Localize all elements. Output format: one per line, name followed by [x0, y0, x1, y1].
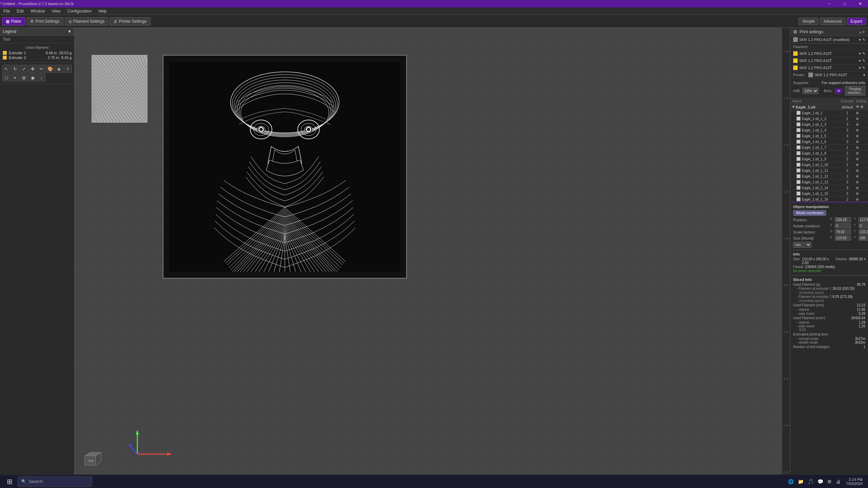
objects-label: - objects	[796, 308, 809, 311]
taskbar-app-3[interactable]: 🎵	[806, 477, 815, 486]
printer-dropdown-icon[interactable]: ▾	[859, 38, 861, 42]
obj-row-14[interactable]: Eagle_1.stl_1_14 3 ⚙	[790, 185, 868, 191]
obj-row-5[interactable]: Eagle_1.stl_1_5 3 ⚙	[790, 133, 868, 139]
rotate-y-input[interactable]	[859, 223, 868, 228]
obj-row-11[interactable]: Eagle_1.stl_1_11 2 ⚙	[790, 168, 868, 174]
size-x-input[interactable]	[835, 236, 851, 241]
main-printer-name: SKR 1.2 PRO A10T (modified)	[799, 38, 857, 42]
rotate-x-input[interactable]	[835, 223, 851, 228]
filament-row-3: SKR 1.2 PRO A10T ▾ ✎	[790, 64, 868, 72]
close-button[interactable]: ✕	[852, 0, 868, 7]
units-select[interactable]: Inches mm	[793, 242, 811, 248]
filament-color-2	[3, 56, 7, 60]
menu-help[interactable]: Help	[95, 7, 110, 15]
minimize-button[interactable]: −	[821, 0, 837, 7]
world-coord-btn[interactable]: World coordinates	[793, 210, 826, 216]
legend-dropdown-icon[interactable]: ▼	[67, 29, 72, 34]
obj-row-1[interactable]: Eagle_1.stl_1 1 ⚙	[790, 110, 868, 116]
tool-fdm[interactable]: ⬡	[2, 74, 10, 82]
infill-select[interactable]: 20%	[803, 88, 818, 94]
tool-move[interactable]: ✥	[28, 65, 37, 73]
obj-row-8[interactable]: Eagle_1.stl_1_8 2 ⚙	[790, 150, 868, 156]
mode-expert[interactable]: Expert	[847, 18, 866, 25]
obj-row-10[interactable]: Eagle_1.stl_1_10 2 ⚙	[790, 162, 868, 168]
scale-x-input[interactable]	[835, 229, 851, 235]
menu-view[interactable]: View	[48, 7, 64, 15]
obj-2-icons: ⚙	[856, 117, 866, 121]
viewport[interactable]: TOP 254635 445565 -1.80 -1.60 -1.40 -1.2…	[75, 28, 790, 488]
filament-3-dropdown[interactable]: ▾	[859, 66, 861, 70]
used-filament-mm2-row: Used Filament (mm²): 29426.94	[793, 316, 865, 320]
taskbar-search-bar[interactable]: 🔍 Search	[18, 476, 92, 487]
obj-row-16[interactable]: Eagle_1.stl_1_16 2 ⚙	[790, 197, 868, 202]
menu-edit[interactable]: Edit	[13, 7, 27, 15]
scale-y-input[interactable]	[859, 229, 868, 235]
menu-configuration[interactable]: Configuration	[64, 7, 95, 15]
tool-down[interactable]: ↓	[37, 74, 45, 82]
obj-row-7[interactable]: Eagle_1.stl_1_7 2 ⚙	[790, 145, 868, 150]
obj-13-ext: 3	[839, 180, 856, 184]
printer-section-dropdown[interactable]: ▾	[863, 73, 865, 77]
tool-seam[interactable]: ◈	[55, 65, 63, 73]
wipe-tower-row: - wipe tower 0.28	[793, 312, 865, 316]
position-y-input[interactable]	[859, 217, 868, 222]
used-filament-m-row: Used Filament (mm): 12.23	[793, 303, 865, 307]
tool-layer[interactable]: ≡	[11, 74, 19, 82]
obj-row-2[interactable]: Eagle_1.stl_1_2 2 ⚙	[790, 116, 868, 122]
position-x-input[interactable]	[835, 217, 851, 222]
filament-ext2-row: - Filament at extruder 2 8.25 (273.26)	[793, 295, 865, 299]
tab-printer-settings[interactable]: 🖨 Printer Settings	[110, 17, 150, 25]
obj-parent-row[interactable]: ▾ Eagle_1.stl default 👁 ⚙	[790, 104, 868, 110]
mode-advanced[interactable]: Advanced	[820, 18, 845, 25]
taskbar-app-1[interactable]: 🌐	[787, 477, 795, 486]
edit-icon[interactable]: ⚙	[860, 105, 864, 109]
view-cube[interactable]: TOP	[81, 451, 102, 468]
menu-file[interactable]: File	[0, 7, 13, 15]
obj-row-13[interactable]: Eagle_1.stl_1_13 3 ⚙	[790, 179, 868, 185]
taskbar-app-prusaslicer[interactable]: 🖨	[834, 477, 842, 486]
start-button[interactable]: ⊞	[3, 476, 16, 487]
filament-2-dropdown[interactable]: ▾	[859, 59, 861, 63]
taskbar-app-2[interactable]: 📁	[796, 477, 805, 486]
obj-16-name: Eagle_1.stl_1_16	[792, 197, 839, 201]
tool-arrange[interactable]: ⊞	[20, 74, 28, 82]
tool-select[interactable]: ↖	[2, 65, 10, 73]
ruler-tick-9: -0.20	[783, 424, 789, 427]
taskbar-app-4[interactable]: 💬	[816, 477, 825, 486]
obj-row-9[interactable]: Eagle_1.stl_1_9 2 ⚙	[790, 156, 868, 162]
purging-volumes-button[interactable]: Purging volumes...	[845, 86, 865, 96]
time-display: 2:14 PM	[846, 477, 863, 482]
menu-window[interactable]: Window	[27, 7, 48, 15]
obj-row-3[interactable]: Eagle_1.stl_1_3 3 ⚙	[790, 122, 868, 127]
eye-icon[interactable]: 👁	[856, 105, 860, 109]
size-y-input[interactable]	[859, 236, 868, 241]
obj-row-12[interactable]: Eagle_1.stl_1_12 2 ⚙	[790, 174, 868, 179]
filament-3-edit[interactable]: ✎	[862, 66, 865, 70]
filament-2-edit[interactable]: ✎	[862, 59, 865, 63]
filament-2-name: SKR 1.2 PRO A10T	[799, 59, 857, 63]
maximize-button[interactable]: □	[837, 0, 852, 7]
filament-1-dropdown[interactable]: ▾	[859, 52, 861, 56]
tool-icons: ↖ ↻ ⤢ ✥ ✂ 🎨 ◈ † ⬡ ≡ ⊞ ◉ ↓	[0, 63, 74, 84]
size-row: Size [World]: X Y Z mm	[793, 236, 865, 241]
tool-paint[interactable]: 🎨	[46, 65, 54, 73]
tab-filament-settings[interactable]: ◎ Filament Settings	[65, 17, 108, 25]
tool-cut[interactable]: ✂	[37, 65, 45, 73]
obj-row-6[interactable]: Eagle_1.stl_1_6 3 ⚙	[790, 139, 868, 145]
tool-support[interactable]: †	[64, 65, 72, 73]
tab-print-settings[interactable]: ⚙ Print Settings	[26, 17, 63, 25]
obj-row-15[interactable]: Eagle_1.stl_1_15 3 ⚙	[790, 191, 868, 197]
taskbar-app-5[interactable]: ⚙	[826, 477, 833, 486]
mode-simple[interactable]: Simple	[798, 18, 818, 25]
obj-1-icons: ⚙	[856, 111, 866, 115]
filament-1-edit[interactable]: ✎	[862, 52, 865, 56]
tool-orient[interactable]: ◉	[28, 74, 37, 82]
tool-scale[interactable]: ⤢	[20, 65, 28, 73]
tab-plater[interactable]: ▦ Plater	[2, 17, 25, 25]
printer-edit-icon[interactable]: ✎	[862, 38, 865, 42]
brim-toggle[interactable]: ✕	[835, 88, 842, 94]
settings-expand-icon[interactable]: ▲▼	[859, 30, 865, 34]
filament-3-color	[793, 65, 798, 70]
tool-rotate[interactable]: ↻	[11, 65, 19, 73]
obj-row-4[interactable]: Eagle_1.stl_1_4 3 ⚙	[790, 127, 868, 133]
